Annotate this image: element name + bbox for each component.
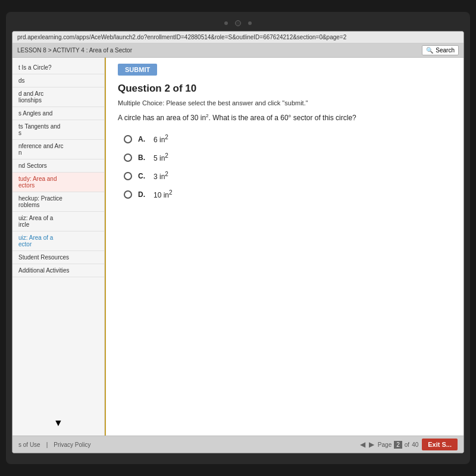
separator: | [46,441,48,448]
sidebar-item-quiz-sector[interactable]: uiz: Area of aector [12,231,104,251]
submit-button[interactable]: SUBMIT [118,64,157,76]
sidebar-item-label: ds [18,77,25,84]
search-label: Search [436,47,455,54]
address-bar[interactable]: prd.apexlearning.com/apps/AceWeb/launch2… [12,32,464,43]
sidebar-arrow-area: ▼ [12,414,104,432]
arrow-down-icon: ▼ [54,418,63,428]
sidebar-item-label: uiz: Area of aector [18,234,53,248]
bottom-bar: s of Use | Privacy Policy ◀ ▶ Page 2 of … [12,436,464,453]
sidebar-item-label: s Angles and [18,110,52,117]
content-area: t Is a Circle? ds d and Arclionships s A… [12,58,464,436]
sidebar-item-arc[interactable]: d and Arclionships [12,87,104,107]
answer-option-d[interactable]: D. 10 in2 [124,189,452,199]
sidebar-item-label: nd Sectors [18,162,47,169]
sidebar-item-checkup[interactable]: heckup: Practiceroblems [12,192,104,212]
address-text: prd.apexlearning.com/apps/AceWeb/launch2… [17,34,346,40]
radio-a[interactable] [124,135,132,143]
sidebar-item-tangents[interactable]: ts Tangents ands [12,120,104,140]
radio-d[interactable] [124,190,132,199]
terms-link[interactable]: s of Use [18,441,40,448]
question-text: A circle has an area of 30 in2. What is … [118,112,452,123]
sidebar-item-study-area[interactable]: tudy: Area andectors [12,173,104,192]
answer-value-a: 6 in2 [154,134,168,144]
sidebar-item-angles[interactable]: s Angles and [12,107,104,120]
answer-option-c[interactable]: C. 3 in2 [124,171,452,181]
sidebar-item-sectors[interactable]: nd Sectors [12,159,104,173]
camera-bar [12,18,464,31]
page-navigation: ◀ ▶ Page 2 of 40 Exit S... [360,439,458,450]
answer-option-b[interactable]: B. 5 in2 [124,152,452,162]
camera-dot-left [224,21,228,25]
current-page: 2 [394,441,402,449]
browser-window: prd.apexlearning.com/apps/AceWeb/launch2… [12,31,464,453]
sidebar-item-label: ts Tangents ands [18,123,60,136]
sidebar-item-label: tudy: Area andectors [18,176,57,189]
search-icon: 🔍 [426,47,433,54]
answer-value-b: 5 in2 [154,152,168,162]
main-content: SUBMIT Question 2 of 10 Multiple Choice:… [106,58,464,436]
question-title: Question 2 of 10 [118,83,452,95]
search-box[interactable]: 🔍 Search [422,45,459,55]
next-page-arrow[interactable]: ▶ [369,440,374,449]
answer-label-c: C. [138,172,148,180]
sidebar-item-label: heckup: Practiceroblems [18,195,62,208]
sidebar-item-label: Additional Activities [18,267,70,274]
breadcrumb: LESSON 8 > ACTIVITY 4 : Area of a Sector [17,47,132,54]
sidebar-item-student-resources[interactable]: Student Resources [12,251,104,264]
sidebar: t Is a Circle? ds d and Arclionships s A… [12,58,105,436]
question-instruction: Multiple Choice: Please select the best … [118,99,452,107]
sidebar-item-ds[interactable]: ds [12,74,104,87]
sidebar-item-circle[interactable]: t Is a Circle? [12,61,104,74]
answer-label-a: A. [138,135,148,143]
camera-lens [235,20,241,26]
sidebar-item-label: d and Arclionships [18,90,43,104]
radio-c[interactable] [124,172,132,180]
camera-dot-right [248,21,252,25]
prev-page-arrow[interactable]: ◀ [360,440,365,449]
answer-value-c: 3 in2 [154,171,168,181]
sidebar-item-quiz-circle[interactable]: uiz: Area of aircle [12,212,104,231]
page-separator: of [405,441,409,448]
privacy-link[interactable]: Privacy Policy [54,441,90,448]
answer-option-a[interactable]: A. 6 in2 [124,134,452,144]
exit-button[interactable]: Exit S... [422,439,458,450]
radio-b[interactable] [124,154,132,162]
answer-label-b: B. [138,154,148,162]
footer-links: s of Use | Privacy Policy [18,441,91,448]
answer-value-d: 10 in2 [154,189,173,199]
sidebar-item-label: t Is a Circle? [18,64,52,71]
page-indicator: Page 2 of 40 [378,441,418,449]
answer-options: A. 6 in2 B. 5 in2 C. 3 in2 [118,134,452,199]
answer-label-d: D. [138,190,148,199]
laptop-screen: prd.apexlearning.com/apps/AceWeb/launch2… [6,12,470,464]
total-pages: 40 [412,441,418,448]
sidebar-item-label: uiz: Area of aircle [18,215,53,228]
sidebar-item-circumference[interactable]: nference and Arcn [12,140,104,159]
sidebar-item-label: Student Resources [18,254,69,261]
top-bar: LESSON 8 > ACTIVITY 4 : Area of a Sector… [12,43,464,58]
sidebar-item-additional[interactable]: Additional Activities [12,264,104,277]
sidebar-item-label: nference and Arcn [18,143,64,156]
question-instruction-text: Multiple Choice: Please select the best … [118,99,308,107]
page-label: Page [378,441,392,448]
